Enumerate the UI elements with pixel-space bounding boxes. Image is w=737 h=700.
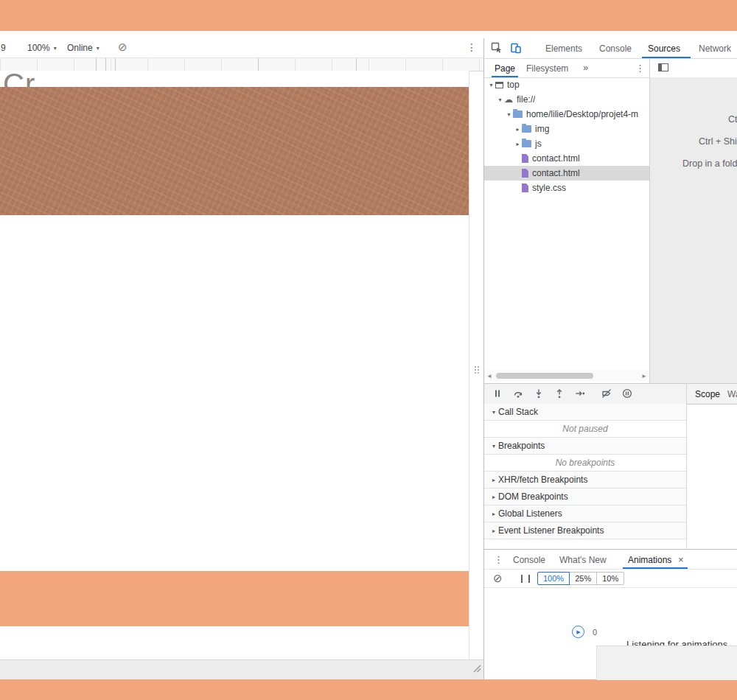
tree-item-label: js [535,139,542,149]
scroll-right-icon[interactable]: ► [639,373,649,379]
step-icon[interactable] [575,388,585,399]
section-xhr-breakpoints[interactable]: ▸ XHR/fetch Breakpoints [484,472,686,489]
pause-on-exceptions-icon[interactable] [622,388,632,399]
tree-item-project-folder[interactable]: ▾ home/lilie/Desktop/projet4-m [484,107,649,122]
drawer-tab-console[interactable]: Console [513,555,545,565]
chevron-down-icon: ▾ [54,45,57,52]
section-breakpoints[interactable]: ▾ Breakpoints [484,438,686,455]
scroll-left-icon[interactable]: ◄ [484,373,495,379]
folder-icon [522,125,531,133]
tree-item-img[interactable]: ▸ img [484,122,649,136]
tree-item-label: contact.html [532,168,580,178]
zoom-select[interactable]: 100% ▾ [27,43,57,53]
tab-watch[interactable]: Watch [727,389,737,399]
toggle-device-toolbar-icon[interactable] [510,42,522,54]
tree-item-contact-html-selected[interactable]: contact.html [484,166,649,181]
drawer-tab-whats-new[interactable]: What's New [559,555,607,565]
section-label: Call Stack [498,407,538,417]
speed-10-button[interactable]: 10% [596,572,624,585]
section-event-listener-breakpoints[interactable]: ▸ Event Listener Breakpoints [484,522,686,539]
ruler-tick [258,58,259,71]
disclosure-arrow-icon[interactable]: ▸ [514,141,522,147]
tab-elements[interactable]: Elements [545,43,582,54]
disclosure-arrow-icon: ▸ [489,477,498,483]
speed-25-button[interactable]: 25% [569,572,597,585]
disclosure-arrow-icon: ▾ [489,409,498,416]
device-ruler [0,58,483,71]
folder-icon [522,140,531,147]
animations-toolbar: ⊘ 100% 25% 10% [484,569,737,588]
breakpoints-message: No breakpoints [484,455,686,472]
drop-folder-hint: Drop in a folder to add to workspace [682,158,737,169]
drawer-menu-icon[interactable]: ⋮ [494,554,503,565]
tab-filesystem[interactable]: Filesystem [526,63,568,74]
frame-icon [495,82,503,88]
file-icon [522,154,528,163]
tab-page[interactable]: Page [495,63,515,74]
devtools-panel: Elements Console Sources Network Page Fi… [483,38,737,679]
tree-item-js[interactable]: ▸ js [484,136,649,151]
pause-all-icon[interactable] [521,575,530,583]
tree-item-label: img [535,124,549,134]
tree-item-label: style.css [532,183,566,193]
tab-network[interactable]: Network [699,43,731,54]
tab-console[interactable]: Console [599,43,632,54]
shortcut-run-command: Ctrl + Shift + P [699,136,737,147]
tab-scope[interactable]: Scope [695,389,720,399]
tree-item-top[interactable]: ▾ top [484,77,649,92]
section-label: Global Listeners [498,508,562,519]
network-throttle-select[interactable]: Online ▾ [67,43,99,53]
tree-item-style-css[interactable]: style.css [484,181,649,195]
tree-item-label: top [507,80,520,90]
disclosure-arrow-icon[interactable]: ▾ [487,82,495,88]
step-over-icon[interactable] [513,388,523,399]
section-label: XHR/fetch Breakpoints [498,475,587,485]
devtools-drawer: ⋮ Console What's New Animations × ⊘ 100%… [484,549,737,679]
corner-resize-handle[interactable] [471,662,483,674]
step-out-icon[interactable] [554,388,565,399]
playback-speed-group: 100% 25% 10% [537,572,624,585]
debugger-sections: ▾ Call Stack Not paused ▾ Breakpoints No… [484,404,686,539]
horizontal-scrollbar[interactable]: ◄ ► [484,371,649,381]
play-icon: ▶ [576,629,580,635]
section-dom-breakpoints[interactable]: ▸ DOM Breakpoints [484,489,686,505]
zoom-value: 100% [27,43,50,53]
tab-sources[interactable]: Sources [648,43,680,54]
more-tabs-icon[interactable]: » [583,62,588,73]
devtools-tabbar: Elements Console Sources Network [484,38,737,59]
scrollbar-thumb[interactable] [496,373,593,379]
device-toolbar: 9 100% ▾ Online ▾ ⊘ ⋮ [0,38,483,58]
viewport-height-field[interactable]: 9 [1,43,6,53]
close-icon[interactable]: × [678,554,684,565]
tree-item-label: home/lilie/Desktop/projet4-m [526,109,638,119]
disclosure-arrow-icon[interactable]: ▸ [514,126,522,133]
disclosure-arrow-icon[interactable]: ▾ [496,97,504,103]
ruler-tick [356,58,357,71]
tree-item-contact-html[interactable]: contact.html [484,151,649,166]
deactivate-breakpoints-icon[interactable] [601,388,612,399]
page-top-band [0,0,737,31]
no-throttling-icon[interactable]: ⊘ [118,41,128,54]
section-call-stack[interactable]: ▾ Call Stack [484,404,686,421]
toggle-navigator-icon[interactable] [658,63,668,71]
viewport-resize-handle[interactable] [475,366,481,379]
tree-item-file-protocol[interactable]: ▾ ☁ file:// [484,92,649,107]
clear-all-icon[interactable]: ⊘ [493,572,503,585]
disclosure-arrow-icon: ▸ [489,494,498,500]
disclosure-arrow-icon[interactable]: ▾ [505,111,513,118]
more-options-icon[interactable]: ⋮ [467,41,477,53]
shortcut-open-file: Ctrl + O [728,114,737,125]
speed-100-button[interactable]: 100% [537,572,570,585]
inspect-element-icon[interactable] [491,42,503,54]
drawer-tab-animations[interactable]: Animations [628,555,671,565]
cloud-icon: ☁ [504,96,513,103]
tree-item-label: contact.html [532,153,580,164]
navigator-menu-icon[interactable]: ⋮ [635,63,645,74]
section-global-listeners[interactable]: ▸ Global Listeners [484,505,686,522]
pause-script-icon[interactable] [492,388,503,399]
step-into-icon[interactable] [534,388,544,399]
scrollbar-track[interactable] [495,371,639,381]
folder-icon [513,111,523,118]
replay-button[interactable]: ▶ [572,626,584,638]
section-label: Event Listener Breakpoints [498,525,604,536]
